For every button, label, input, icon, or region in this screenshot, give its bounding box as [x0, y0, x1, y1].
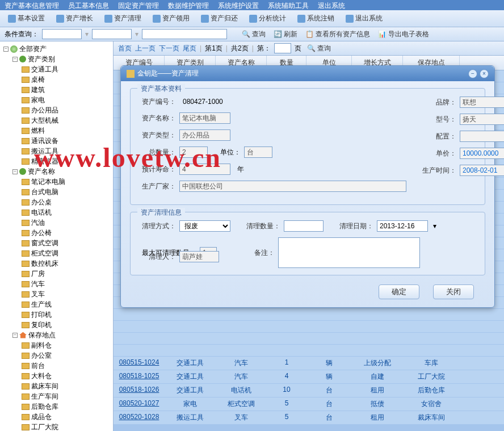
tree-item[interactable]: 前台 — [22, 361, 111, 371]
tree-item[interactable]: 桌椅 — [22, 74, 111, 85]
tree-item[interactable]: 数控机床 — [22, 258, 111, 269]
menu-item[interactable]: 资产基本信息管理 — [5, 1, 59, 9]
toolbar-资产增长[interactable]: 资产增长 — [53, 12, 96, 24]
tree-item[interactable]: 家电 — [22, 95, 111, 105]
tree-item[interactable]: 厂房 — [22, 269, 111, 279]
folder-icon — [22, 87, 30, 93]
cond-field-3[interactable] — [142, 29, 227, 39]
menu-item[interactable]: 员工基本信息 — [68, 1, 109, 9]
query-button[interactable]: 🔍查询 — [240, 30, 268, 39]
menu-item[interactable]: 系统辅助工具 — [268, 1, 309, 9]
menu-item[interactable]: 系统维护设置 — [218, 1, 259, 9]
asset-name-field — [179, 112, 230, 124]
tree-item[interactable]: 叉车 — [22, 289, 111, 299]
tree-category[interactable]: −资产类别 — [12, 54, 111, 64]
menu-item[interactable]: 退出系统 — [318, 1, 345, 9]
toolbar-基本设置[interactable]: 基本设置 — [5, 12, 48, 24]
pager-last[interactable]: 尾页 — [183, 44, 196, 53]
tree-item[interactable]: 笔记本电脑 — [22, 177, 111, 187]
tree-item[interactable]: 交通工具 — [22, 64, 111, 74]
tree-item[interactable]: 副料仓 — [22, 340, 111, 350]
back-icon — [201, 15, 209, 23]
table-row[interactable]: 080515-1024交通工具汽车1辆上级分配车库 — [114, 357, 504, 370]
folder-icon — [22, 373, 30, 379]
menu-item[interactable]: 数据维护管理 — [168, 1, 209, 9]
tree-item[interactable]: 后勤仓库 — [22, 401, 111, 412]
date-picker-icon[interactable]: ▾ — [431, 222, 438, 230]
tree-item[interactable]: 办公用品 — [22, 105, 111, 115]
export-button[interactable]: 📊导出电子表格 — [376, 30, 431, 39]
pager-prev[interactable]: 上一页 — [135, 44, 156, 53]
ok-button[interactable]: 确定 — [379, 284, 419, 299]
tree-item[interactable]: 生产线 — [22, 299, 111, 309]
pager-go-button[interactable]: 🔍查询 — [305, 44, 333, 53]
tree-item[interactable]: 柜式空调 — [22, 248, 111, 258]
minimize-button[interactable]: − — [468, 69, 477, 78]
pager-next[interactable]: 下一页 — [159, 44, 179, 53]
dialog-titlebar[interactable]: 金钥匙——资产清理 − × — [121, 66, 494, 81]
folder-icon — [22, 291, 30, 298]
condition-bar: 条件查询： ▾ ▾ 🔍查询 🔄刷新 📋查看所有资产信息 📊导出电子表格 — [0, 27, 504, 41]
tree-item[interactable]: 窗式空调 — [22, 238, 111, 248]
tree-item[interactable]: 通讯设备 — [22, 136, 111, 146]
gear-icon — [19, 56, 26, 62]
folder-icon — [22, 77, 30, 83]
plus-icon — [56, 15, 64, 23]
tree-item[interactable]: 汽车 — [22, 279, 111, 289]
tree-item[interactable]: 大料仓 — [22, 371, 111, 381]
folder-icon — [22, 107, 30, 114]
main-toolbar: 基本设置资产增长资产清理资产领用资产归还分析统计系统注销退出系统 — [0, 10, 504, 27]
tree-item[interactable]: 复印机 — [22, 320, 111, 330]
refresh-button[interactable]: 🔄刷新 — [271, 30, 300, 39]
cond-field-1[interactable] — [42, 29, 82, 39]
tree-item[interactable]: 台式电脑 — [22, 187, 111, 197]
tree-item[interactable]: 办公桌 — [22, 197, 111, 207]
life-field — [179, 164, 230, 175]
clean-qty-field[interactable] — [284, 220, 324, 232]
cond-field-2[interactable] — [92, 29, 132, 39]
folder-icon — [22, 312, 30, 318]
close-dialog-button[interactable]: 关闭 — [433, 284, 474, 299]
tree-root[interactable]: −全部资产 — [3, 44, 111, 54]
menu-item[interactable]: 固定资产管理 — [118, 1, 159, 9]
toolbar-系统注销[interactable]: 系统注销 — [294, 12, 338, 24]
tree-item[interactable]: 裁床车间 — [22, 381, 111, 391]
hand-icon — [153, 15, 161, 23]
tree-item[interactable]: 大型机械 — [22, 115, 111, 125]
tree-item[interactable]: 工厂大院 — [22, 422, 111, 431]
tree-item[interactable]: 汽油 — [22, 217, 111, 228]
tree-item[interactable]: 搬运工具 — [22, 146, 111, 156]
key-icon — [127, 70, 135, 78]
toolbar-资产领用[interactable]: 资产领用 — [149, 12, 193, 24]
toolbar-分析统计[interactable]: 分析统计 — [246, 12, 289, 24]
table-row[interactable]: 080520-1028搬运工具叉车5台租用裁床车间 — [114, 411, 504, 425]
top-menu: 资产基本信息管理 员工基本信息 固定资产管理 数据维护管理 系统维护设置 系统辅… — [0, 0, 504, 10]
toolbar-资产归还[interactable]: 资产归还 — [198, 12, 241, 24]
remark-field[interactable] — [278, 237, 420, 268]
pager-home[interactable]: 首页 — [118, 44, 132, 53]
close-button[interactable]: × — [480, 69, 489, 78]
table-row[interactable]: 080520-1027家电柜式空调5台抵债女宿舍 — [114, 397, 504, 411]
toolbar-资产清理[interactable]: 资产清理 — [101, 12, 145, 24]
tree-item[interactable]: 办公椅 — [22, 228, 111, 238]
tree-item[interactable]: 建筑 — [22, 85, 111, 95]
prod-date-field — [460, 165, 504, 176]
tree-item[interactable]: 办公室 — [22, 350, 111, 361]
clean-date-field[interactable] — [377, 220, 428, 232]
tree-item[interactable]: 生产车间 — [22, 391, 111, 401]
tree-names[interactable]: −资产名称 — [12, 166, 111, 177]
clean-mode-select[interactable]: 报废 — [179, 220, 230, 232]
toolbar-退出系统[interactable]: 退出系统 — [342, 12, 386, 24]
tree-item[interactable]: 成品仓 — [22, 412, 111, 422]
folder-icon — [22, 250, 30, 257]
table-row[interactable]: 080518-1026交通工具电话机10台租用后勤仓库 — [114, 384, 504, 397]
view-all-button[interactable]: 📋查看所有资产信息 — [303, 30, 372, 39]
tree-item[interactable]: 电话机 — [22, 207, 111, 217]
tree-item[interactable]: 精密仪器 — [22, 156, 111, 166]
pager-jump-input[interactable] — [274, 43, 291, 53]
tree-item[interactable]: 燃料 — [22, 125, 111, 136]
table-row[interactable]: 080518-1025交通工具汽车4辆自建工厂大院 — [114, 370, 504, 384]
tree-item[interactable]: 打印机 — [22, 309, 111, 320]
asset-tree[interactable]: −全部资产 −资产类别 交通工具桌椅建筑家电办公用品大型机械燃料通讯设备搬运工具… — [0, 41, 114, 431]
tree-locations[interactable]: −保存地点 — [12, 330, 111, 340]
